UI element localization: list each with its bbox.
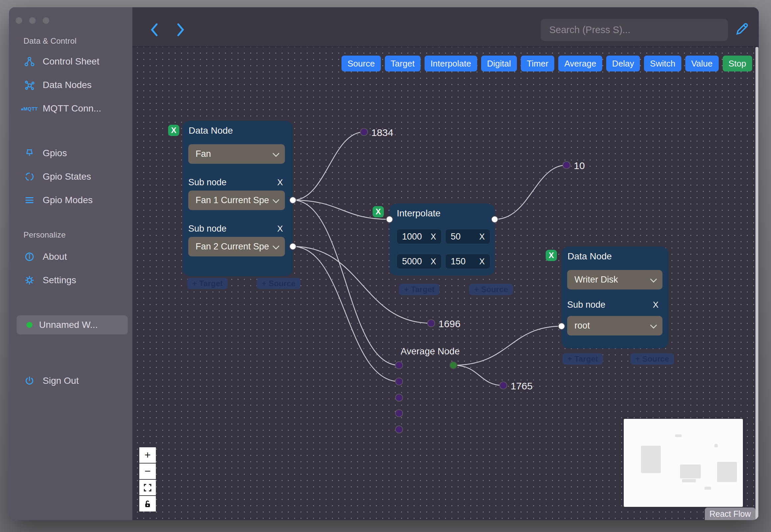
forward-button[interactable] (173, 22, 188, 38)
data-node-fan[interactable]: Data Node Fan Sub node X Fan 1 Current S… (183, 121, 293, 276)
minimap-node (641, 446, 661, 473)
subnode-label: Sub node (567, 300, 606, 310)
chevron-down-icon (650, 275, 657, 285)
toolbar-button-interpolate[interactable]: Interpolate (425, 56, 477, 71)
window-close-icon[interactable] (16, 17, 22, 24)
info-icon (23, 251, 35, 263)
workspace-status-icon (26, 322, 32, 328)
add-source-button[interactable]: + Source (257, 278, 300, 289)
average-target-handle[interactable] (395, 425, 403, 433)
average-target-handle[interactable] (395, 394, 403, 402)
source-handle[interactable] (289, 197, 296, 204)
edge-endpoint-dot[interactable] (360, 128, 368, 136)
window-minimize-icon[interactable] (29, 17, 36, 24)
toolbar-button-switch[interactable]: Switch (644, 56, 681, 71)
edit-button[interactable] (733, 20, 750, 38)
remove-value-button[interactable]: X (431, 232, 436, 242)
canvas-area: Source Target Interpolate Digital Timer … (132, 7, 759, 520)
data-node-writer[interactable]: Data Node Writer Disk Sub node X root (562, 246, 668, 348)
scrollbar[interactable] (755, 47, 758, 520)
select-value: Fan 2 Current Spe (196, 242, 269, 252)
toolbar-button-stop[interactable]: Stop (723, 56, 752, 71)
interpolate-value[interactable]: 1000 X (396, 229, 442, 244)
sidebar-section-heading: Personalize (23, 230, 66, 240)
toolbar-button-value[interactable]: Value (685, 56, 719, 71)
add-target-button[interactable]: + Target (399, 284, 439, 295)
add-target-button[interactable]: + Target (563, 353, 603, 365)
delete-node-button[interactable]: X (373, 206, 384, 217)
window-maximize-icon[interactable] (43, 17, 49, 24)
add-source-button[interactable]: + Source (630, 353, 674, 365)
dashed-circle-icon (23, 171, 35, 183)
sidebar-item-gpio-modes[interactable]: Gpio Modes (23, 193, 93, 207)
interpolate-value[interactable]: 50 X (445, 229, 490, 244)
remove-subnode-button[interactable]: X (651, 300, 660, 310)
react-flow-attribution[interactable]: React Flow (705, 508, 755, 520)
select-value: Fan (196, 149, 211, 159)
subnode-select[interactable]: Fan 2 Current Spe (188, 237, 285, 256)
remove-subnode-button[interactable]: X (275, 224, 285, 234)
zoom-out-button[interactable]: − (139, 464, 156, 479)
remove-value-button[interactable]: X (479, 232, 485, 242)
average-node-title: Average Node (394, 346, 467, 357)
subnode-select[interactable]: Fan 1 Current Spe (188, 191, 285, 210)
node-type-select[interactable]: Fan (188, 144, 285, 164)
node-toolbar: Source Target Interpolate Digital Timer … (341, 56, 752, 71)
menu-lines-icon (23, 194, 35, 206)
sidebar-item-settings[interactable]: Settings (23, 273, 76, 288)
sidebar: Data & Control Control Sheet Data Node (9, 7, 132, 520)
sidebar-item-control-sheet[interactable]: Control Sheet (23, 54, 99, 69)
sidebar-item-label: MQTT Conn... (43, 103, 101, 114)
subnode-select[interactable]: root (567, 316, 662, 335)
sidebar-item-mqtt[interactable]: ■MQTT MQTT Conn... (23, 101, 101, 116)
toolbar-button-timer[interactable]: Timer (521, 56, 554, 71)
value-text: 5000 (402, 256, 422, 267)
source-handle[interactable] (289, 243, 296, 250)
unlock-icon (143, 500, 152, 508)
source-handle[interactable] (491, 216, 498, 223)
sidebar-item-about[interactable]: About (23, 249, 67, 264)
node-type-select[interactable]: Writer Disk (567, 270, 662, 289)
add-target-button[interactable]: + Target (187, 278, 228, 289)
interpolate-value[interactable]: 5000 X (396, 254, 442, 269)
sidebar-item-gpios[interactable]: Gpios (23, 146, 67, 160)
search-input[interactable] (541, 19, 728, 41)
delete-node-button[interactable]: X (546, 250, 557, 261)
edge-endpoint-dot[interactable] (427, 319, 435, 327)
delete-node-button[interactable]: X (168, 125, 179, 136)
toolbar-button-digital[interactable]: Digital (481, 56, 517, 71)
fit-view-button[interactable] (139, 480, 156, 495)
lock-button[interactable] (139, 496, 156, 511)
zoom-in-button[interactable]: + (139, 447, 156, 463)
interpolate-value[interactable]: 150 X (445, 254, 490, 269)
average-target-handle[interactable] (395, 409, 403, 417)
remove-value-button[interactable]: X (431, 257, 436, 266)
average-target-handle[interactable] (395, 377, 403, 385)
minimap[interactable] (624, 419, 743, 507)
toolbar-button-delay[interactable]: Delay (606, 56, 640, 71)
edge-endpoint-dot[interactable] (563, 161, 570, 169)
target-handle[interactable] (558, 323, 565, 330)
sidebar-item-workspace[interactable]: Unnamed W... (17, 315, 128, 334)
remove-subnode-button[interactable]: X (275, 177, 285, 188)
interpolate-node[interactable]: Interpolate 1000 X 50 X 5000 X 150 X (389, 203, 495, 276)
chevron-down-icon (272, 195, 280, 205)
toolbar-button-source[interactable]: Source (341, 56, 381, 71)
minimap-node (717, 462, 737, 482)
attribution-label: React Flow (709, 509, 751, 519)
data-nodes-icon (23, 79, 35, 91)
toolbar-button-target[interactable]: Target (385, 56, 421, 71)
sidebar-item-sign-out[interactable]: Sign Out (23, 374, 79, 388)
sidebar-item-label: Gpio Modes (43, 195, 93, 205)
subnode-label: Sub node (188, 177, 227, 188)
average-source-handle[interactable] (449, 361, 457, 369)
add-source-button[interactable]: + Source (469, 284, 513, 295)
average-target-handle[interactable] (395, 361, 403, 369)
toolbar-button-average[interactable]: Average (558, 56, 602, 71)
edge-endpoint-dot[interactable] (499, 381, 507, 389)
target-handle[interactable] (386, 216, 393, 223)
sidebar-item-data-nodes[interactable]: Data Nodes (23, 78, 92, 92)
back-button[interactable] (147, 22, 162, 38)
remove-value-button[interactable]: X (479, 257, 485, 266)
sidebar-item-gpio-states[interactable]: Gpio States (23, 169, 91, 184)
